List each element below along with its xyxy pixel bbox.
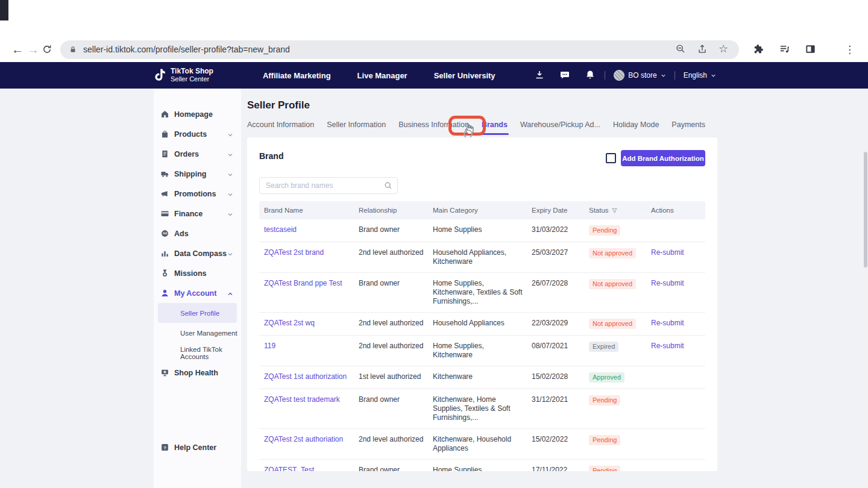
- tiktok-note-icon: [154, 68, 166, 83]
- chevron-down-icon: [227, 211, 233, 217]
- status-badge: Approved: [589, 372, 624, 383]
- topnav-link-affiliate-marketing[interactable]: Affiliate Marketing: [263, 71, 331, 80]
- tiktok-shop-logo[interactable]: TikTok Shop Seller Center: [154, 68, 213, 83]
- main-category-cell: Kitchenware: [428, 372, 527, 383]
- brand-name-link[interactable]: ZQATEST_Test: [264, 466, 314, 471]
- resubmit-link[interactable]: Re-submit: [651, 319, 684, 327]
- notifications-bell-icon[interactable]: [585, 70, 596, 81]
- tab-payments[interactable]: Payments: [671, 120, 705, 129]
- sidebar-item-products[interactable]: Products: [154, 124, 241, 144]
- chevron-down-icon: [661, 73, 666, 78]
- chevron-down-icon: [711, 73, 716, 78]
- playlist-icon[interactable]: [779, 43, 791, 55]
- back-icon[interactable]: ←: [10, 43, 25, 57]
- sidebar-item-ads[interactable]: AdAds: [154, 224, 241, 243]
- brand-name-link[interactable]: ZQATest 1st authorization: [264, 372, 347, 381]
- store-switcher[interactable]: BO store: [614, 70, 665, 81]
- tab-holiday-mode[interactable]: Holiday Mode: [613, 120, 659, 129]
- resubmit-link[interactable]: Re-submit: [651, 248, 684, 257]
- top-navbar: TikTok Shop Seller Center Affiliate Mark…: [0, 62, 868, 89]
- actions-cell: [646, 225, 705, 236]
- table-row: 1192nd level authorizedHome Supplies, Ki…: [259, 336, 705, 366]
- sidebar-item-label: My Account: [174, 289, 216, 298]
- brand-name-link[interactable]: testcaseid: [264, 225, 297, 234]
- status-badge: Expired: [589, 342, 618, 352]
- sidebar-item-label: Ads: [174, 230, 189, 238]
- resubmit-link[interactable]: Re-submit: [651, 279, 684, 287]
- share-icon[interactable]: [697, 43, 709, 55]
- forward-icon[interactable]: →: [25, 43, 41, 57]
- scrollbar-thumb[interactable]: [864, 152, 867, 267]
- brand-name-link[interactable]: ZQATest 2st brand: [264, 248, 324, 257]
- side-panel-icon[interactable]: [805, 43, 817, 55]
- main-category-cell: Kitchenware, Household Appliances: [428, 435, 527, 453]
- filter-funnel-icon: [611, 207, 618, 214]
- topnav-link-seller-university[interactable]: Seller University: [434, 71, 495, 80]
- sidebar-subitem-linked-tiktok-accounts[interactable]: Linked TikTok Accounts: [154, 343, 241, 363]
- finance-icon: [160, 209, 169, 218]
- download-icon[interactable]: [535, 70, 546, 81]
- table-header: Brand NameRelationshipMain CategoryExpir…: [259, 201, 705, 219]
- tab-warehouse-pickup-ad[interactable]: Warehouse/Pickup Ad...: [520, 120, 600, 129]
- chevron-down-icon: [227, 191, 233, 197]
- chat-icon[interactable]: [560, 70, 571, 81]
- main-category-cell: Household Appliances: [428, 319, 527, 329]
- column-header-status[interactable]: Status: [584, 207, 646, 214]
- sidebar-item-data-compass[interactable]: Data Compass: [154, 243, 241, 263]
- main-area: HomepageProductsOrdersShippingPromotions…: [0, 89, 868, 488]
- expiry-date-cell: 31/03/2022: [527, 225, 584, 236]
- table-row: ZQATEST_TestBrand ownerHome Supplies17/1…: [259, 460, 705, 471]
- brand-name-cell: ZQATest Brand ppe Test: [259, 279, 354, 306]
- column-header-label: Actions: [651, 207, 674, 214]
- sidebar-item-shipping[interactable]: Shipping: [154, 164, 241, 184]
- chevron-up-icon: [227, 290, 233, 296]
- search-input[interactable]: [259, 177, 398, 194]
- brand-name-link[interactable]: ZQATest 2st wq: [264, 319, 315, 327]
- add-brand-authorization-button[interactable]: Add Brand Authorization: [621, 150, 705, 166]
- extensions-puzzle-icon[interactable]: [753, 43, 765, 55]
- sidebar-item-shop-health[interactable]: Shop Health: [154, 363, 241, 383]
- sidebar-item-label: Missions: [174, 269, 207, 278]
- sidebar-item-label: Promotions: [174, 190, 216, 198]
- zoom-out-icon[interactable]: [675, 43, 687, 55]
- sidebar-item-promotions[interactable]: Promotions: [154, 184, 241, 204]
- brand-name-link[interactable]: ZQATest Brand ppe Test: [264, 279, 342, 287]
- relationship-cell: Brand owner: [354, 395, 428, 422]
- sidebar-item-my-account[interactable]: My Account: [154, 283, 241, 303]
- sidebar-item-missions[interactable]: Missions: [154, 263, 241, 283]
- tab-account-information[interactable]: Account Information: [247, 120, 314, 129]
- column-header-expiry-date: Expiry Date: [527, 207, 584, 214]
- status-badge: Pending: [589, 466, 620, 471]
- brand-checkbox[interactable]: [606, 153, 616, 163]
- tab-business-information[interactable]: Business Information: [398, 120, 469, 129]
- browser-menu-kebab-icon[interactable]: ⋮: [844, 43, 855, 56]
- shop-health-icon: [160, 368, 169, 377]
- sidebar-subitem-seller-profile[interactable]: Seller Profile: [158, 303, 237, 323]
- sidebar-item-homepage[interactable]: Homepage: [154, 104, 241, 124]
- language-selector[interactable]: English: [684, 71, 716, 80]
- relationship-cell: Brand owner: [354, 466, 428, 471]
- sidebar-item-label: Finance: [174, 210, 203, 218]
- brand-name-link[interactable]: 119: [264, 342, 275, 350]
- bookmark-star-icon[interactable]: ☆: [719, 43, 731, 55]
- search-icon[interactable]: [384, 181, 392, 190]
- resubmit-link[interactable]: Re-submit: [651, 342, 684, 350]
- tab-brands[interactable]: Brands: [482, 120, 508, 129]
- my-account-icon: [160, 289, 169, 298]
- sidebar-item-finance[interactable]: Finance: [154, 204, 241, 224]
- sidebar-item-help-center[interactable]: ?Help Center: [154, 437, 241, 457]
- url-bar[interactable]: seller-id.tiktok.com/profile/seller-prof…: [60, 40, 739, 59]
- divider: [605, 71, 605, 80]
- sidebar-item-orders[interactable]: Orders: [154, 144, 241, 164]
- brand-name-link[interactable]: ZQATest 2st authoriation: [264, 435, 343, 443]
- sidebar-subitem-user-management[interactable]: User Management: [154, 323, 241, 343]
- reload-icon[interactable]: [41, 43, 53, 55]
- brand-name-link[interactable]: ZQATest test trademark: [264, 395, 340, 404]
- brand-name-cell: ZQATest 1st authorization: [259, 372, 354, 383]
- shipping-icon: [160, 169, 169, 178]
- url-text: seller-id.tiktok.com/profile/seller-prof…: [83, 45, 665, 54]
- relationship-cell: 1st level authorized: [354, 372, 428, 383]
- topnav-link-live-manager[interactable]: Live Manager: [357, 71, 407, 80]
- tab-seller-information[interactable]: Seller Information: [327, 120, 386, 129]
- status-badge: Pending: [589, 225, 620, 236]
